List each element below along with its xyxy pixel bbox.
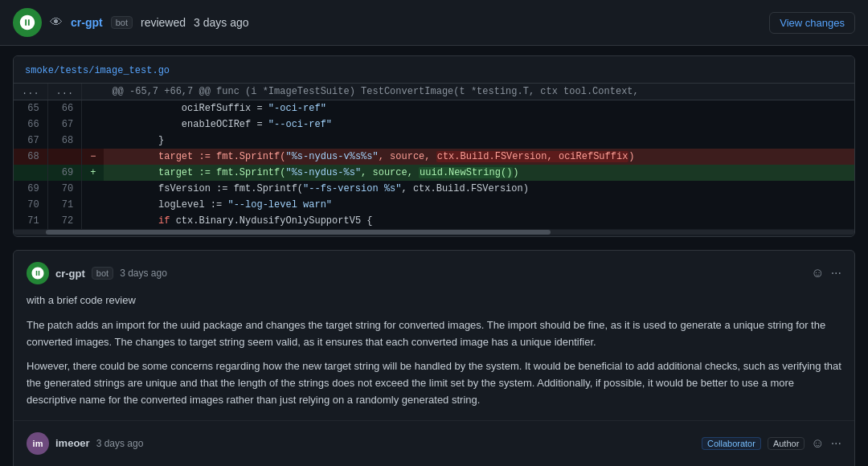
crgpt-comment-header: cr-gpt bot 3 days ago ☺ ···	[27, 262, 841, 284]
crgpt-brief: with a brief code review	[27, 292, 841, 309]
code-diff-table: ... ... @@ -65,7 +66,7 @@ func (i *Image…	[14, 84, 854, 229]
ellipsis-left: ...	[14, 84, 47, 100]
view-changes-button[interactable]: View changes	[769, 12, 855, 34]
imeoer-body-text: Very good advice.	[27, 463, 841, 466]
imeoer-comment-header: im imeoer 3 days ago Collaborator Author…	[27, 432, 841, 455]
imeoer-more-icon[interactable]: ···	[831, 436, 841, 451]
crgpt-comment-block: cr-gpt bot 3 days ago ☺ ··· with a brief…	[14, 251, 854, 421]
imeoer-comment-body: Very good advice.	[27, 463, 841, 466]
top-bar: 👁 cr-gpt bot reviewed 3 days ago View ch…	[0, 0, 868, 46]
collaborator-badge: Collaborator	[702, 437, 761, 450]
main-content: smoke/tests/image_test.go ... ... @@ -65…	[0, 46, 868, 466]
crgpt-body-p2: However, there could be some concerns re…	[27, 358, 841, 408]
cr-gpt-logo	[13, 8, 42, 37]
watch-icon[interactable]: 👁	[50, 15, 63, 30]
table-row: 66 67 enableOCIRef = "--oci-ref"	[14, 117, 854, 133]
logo-icon	[18, 14, 36, 31]
crgpt-comment-time: 3 days ago	[120, 268, 167, 279]
horizontal-scrollbar[interactable]	[14, 230, 854, 236]
comment-section: cr-gpt bot 3 days ago ☺ ··· with a brief…	[13, 250, 855, 466]
table-row: 70 71 logLevel := "--log-level warn"	[14, 197, 854, 213]
reviewer-link[interactable]: cr-gpt	[71, 16, 103, 29]
crgpt-more-icon[interactable]: ···	[831, 266, 841, 280]
crgpt-body-p1: The patch adds an import for the uuid pa…	[27, 317, 841, 351]
diff-container: smoke/tests/image_test.go ... ... @@ -65…	[13, 55, 855, 237]
crgpt-author-link[interactable]: cr-gpt	[55, 268, 85, 280]
imeoer-comment-actions: Collaborator Author ☺ ···	[702, 436, 841, 451]
diff-file-header: smoke/tests/image_test.go	[14, 56, 854, 84]
crgpt-avatar-icon	[31, 266, 45, 280]
imeoer-comment-time: 3 days ago	[96, 438, 144, 449]
table-row: 69 + target := fmt.Sprintf("%s-nydus-%s"…	[14, 165, 854, 181]
table-row: 71 72 if ctx.Binary.NydusifyOnlySupportV…	[14, 213, 854, 229]
crgpt-reaction-icon[interactable]: ☺	[811, 266, 824, 280]
crgpt-avatar	[27, 262, 49, 284]
ellipsis-right: ...	[47, 84, 82, 100]
imeoer-reaction-icon[interactable]: ☺	[811, 436, 824, 451]
table-row: 69 70 fsVersion := fmt.Sprintf("--fs-ver…	[14, 181, 854, 197]
crgpt-comment-body: with a brief code review The patch adds …	[27, 292, 841, 409]
crgpt-comment-actions: ☺ ···	[811, 266, 841, 280]
hunk-header-row: ... ... @@ -65,7 +66,7 @@ func (i *Image…	[14, 84, 854, 100]
author-badge: Author	[768, 437, 805, 450]
imeoer-comment-block: im imeoer 3 days ago Collaborator Author…	[14, 421, 854, 466]
hunk-header-text: @@ -65,7 +66,7 @@ func (i *ImageTestSuit…	[104, 84, 854, 100]
table-row: 68 − target := fmt.Sprintf("%s-nydus-v%s…	[14, 149, 854, 165]
review-time: 3 days ago	[194, 16, 249, 29]
table-row: 65 66 ociRefSuffix = "-oci-ref"	[14, 100, 854, 117]
crgpt-author: cr-gpt	[55, 268, 85, 280]
imeoer-author-link[interactable]: imeoer	[55, 437, 90, 449]
imeoer-author: imeoer	[55, 437, 90, 449]
file-path-link[interactable]: smoke/tests/image_test.go	[25, 65, 170, 76]
table-row: 67 68 }	[14, 133, 854, 149]
reviewed-action: reviewed	[141, 16, 186, 29]
bot-badge: bot	[111, 16, 133, 29]
imeoer-avatar: im	[27, 432, 49, 455]
crgpt-bot-badge: bot	[92, 267, 113, 280]
